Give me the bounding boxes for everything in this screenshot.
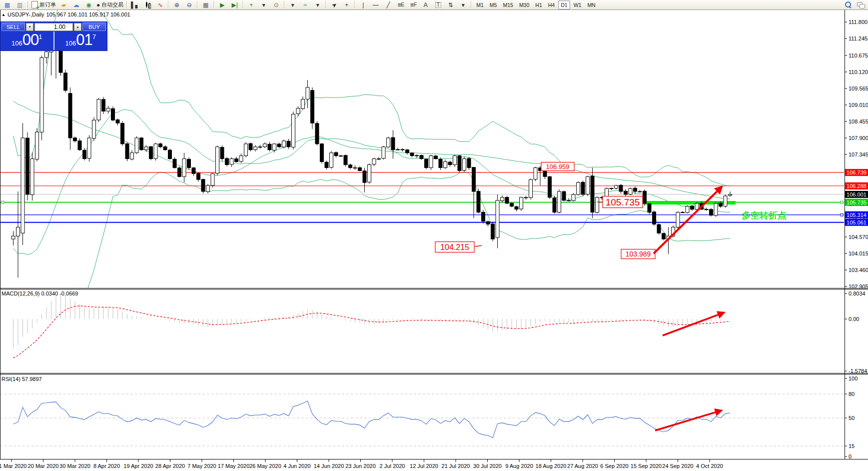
price-badge-text: 105.735 (847, 200, 867, 206)
candle-body (344, 156, 347, 165)
candle-body (382, 147, 385, 158)
candle-body (634, 188, 637, 192)
line-handle[interactable] (841, 214, 843, 216)
candle-body (406, 150, 409, 153)
candle-body (311, 90, 314, 123)
line-handle[interactable] (1, 201, 4, 204)
line-handle[interactable] (841, 201, 843, 204)
x-tick-label: 2 Jul 2020 (380, 463, 405, 469)
candle-body (510, 203, 514, 206)
candle-body (486, 222, 490, 224)
chart-svg: 106.959105.735104.215103.989多空转折点111.800… (0, 0, 868, 471)
candle-body (201, 180, 205, 192)
rsi-tick-label: 0 (849, 454, 852, 460)
price-annotation-text[interactable]: 105.735 (606, 197, 640, 208)
candle-body (349, 165, 352, 168)
candle-body (64, 73, 67, 90)
candle-body (301, 100, 305, 109)
candle-body (401, 150, 404, 150)
candle-body (472, 168, 476, 192)
candle-body (648, 204, 651, 212)
macd-pane (13, 295, 731, 358)
candle-body (558, 192, 561, 212)
candle-body (230, 159, 233, 164)
candle-body (420, 156, 423, 159)
candle-body (178, 168, 181, 176)
symbol-period-label: USDJPY-,Daily (7, 12, 44, 18)
price-annotation-text[interactable]: 103.989 (626, 250, 651, 258)
candle-body (657, 224, 661, 233)
y-tick-label: 111.800 (849, 19, 868, 25)
candle-body (339, 156, 343, 156)
candle-body (225, 158, 229, 164)
candle-body (581, 182, 585, 194)
sell-price[interactable]: 106 00 1 (0, 32, 54, 50)
sell-button[interactable]: SELL (1, 22, 25, 31)
candle-body (448, 162, 452, 164)
candle-body (615, 186, 618, 188)
trend-arrow-macd[interactable] (663, 315, 718, 336)
y-tick-label: 107.345 (849, 152, 868, 158)
macd-tick-label: 0.00 (849, 316, 859, 322)
pivot-note-text[interactable]: 多空转折点 (742, 210, 787, 220)
candle-body (643, 191, 647, 203)
candle-body (16, 227, 20, 236)
candle-body (534, 168, 537, 179)
candle-body (258, 147, 262, 148)
ohlc-values: 105.967 106.101 105.917 106.001 (46, 12, 130, 18)
candle-body (496, 200, 499, 238)
candle-body (206, 186, 210, 192)
sell-price-pip: 1 (38, 33, 42, 40)
collapse-triangle-icon[interactable]: ▲ (1, 12, 5, 17)
sell-price-big: 00 (22, 32, 38, 48)
candle-body (83, 150, 86, 158)
candle-body (45, 52, 48, 58)
price-annotation-text[interactable]: 104.215 (440, 243, 469, 252)
moving-average-line (13, 101, 731, 199)
candle-body (292, 114, 295, 147)
candle-body (159, 144, 162, 147)
candle-body (92, 120, 96, 138)
buy-button[interactable]: BUY (82, 22, 106, 31)
price-annotation-text[interactable]: 106.959 (546, 163, 570, 170)
candle-body (263, 144, 267, 147)
candle-body (163, 146, 167, 150)
buy-price[interactable]: 106 01 7 (54, 32, 107, 50)
candle-body (30, 159, 34, 195)
candle-body (515, 206, 518, 209)
candle-body (244, 144, 248, 156)
chart-area[interactable]: 106.959105.735104.215103.989多空转折点111.800… (0, 0, 868, 471)
candle-body (273, 144, 276, 150)
candle-body (372, 159, 376, 164)
price-badge-text: 106.739 (847, 170, 867, 176)
candle-body (586, 176, 590, 194)
candle-body (463, 159, 466, 170)
candle-body (87, 138, 91, 158)
candle-body (501, 198, 504, 201)
lot-increase-button[interactable]: ▲ (74, 23, 81, 31)
trend-arrow-rsi[interactable] (655, 412, 715, 430)
y-tick-label: 109.565 (849, 86, 868, 92)
price-badge-text: 106.288 (847, 183, 867, 189)
candle-body (254, 147, 257, 150)
candle-body (216, 147, 219, 174)
x-tick-label: 12 Jul 2020 (410, 463, 438, 469)
candle-body (192, 168, 195, 174)
candle-body (596, 198, 599, 212)
candles (11, 24, 732, 278)
trend-arrow-rsi-head[interactable] (714, 408, 723, 416)
candle-body (624, 192, 628, 194)
candle-body (358, 168, 362, 170)
candle-body (368, 164, 371, 182)
x-tick-label: 7 May 2020 (187, 463, 216, 469)
lot-decrease-button[interactable]: ▼ (26, 23, 33, 31)
lot-size-input[interactable]: 1.00 (34, 23, 73, 31)
candle-body (377, 159, 381, 160)
candle-body (40, 58, 43, 132)
quote-prices: 106 00 1 106 01 7 (0, 32, 107, 50)
candle-body (458, 156, 461, 170)
x-tick-label: 8 Apr 2020 (93, 463, 120, 469)
candle-body (548, 176, 552, 198)
x-tick-label: 19 Apr 2020 (123, 463, 153, 469)
candle-body (35, 132, 39, 159)
